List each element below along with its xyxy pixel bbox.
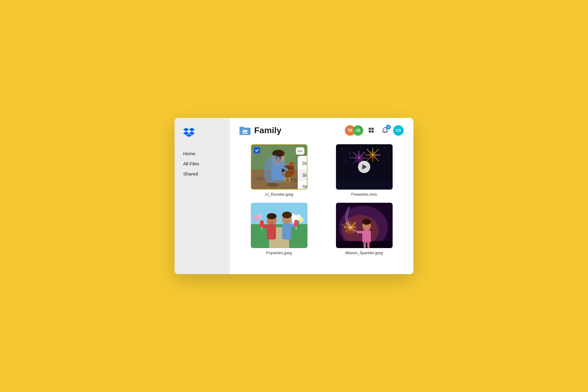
context-menu: Download ⬇ Star ☆ Send ✈ (298, 156, 307, 190)
svg-rect-80 (362, 230, 371, 243)
send-label: Send (303, 184, 307, 189)
svg-rect-74 (296, 226, 296, 230)
file-checkbox-jj-rooster[interactable] (254, 147, 260, 153)
file-item-jj-rooster: Download ⬇ Star ☆ Send ✈ (239, 144, 318, 197)
header: Family TD JS (239, 125, 404, 136)
svg-point-103 (345, 232, 346, 232)
file-item-popsicles: Popsicles.jpeg (239, 203, 318, 255)
svg-rect-7 (371, 130, 374, 133)
svg-point-29 (388, 156, 388, 157)
sparkler-photo-image (336, 203, 393, 248)
folder-icon (239, 126, 251, 135)
svg-point-2 (243, 130, 245, 132)
sidebar-item-shared[interactable]: Shared (179, 169, 225, 178)
svg-rect-67 (260, 221, 264, 227)
context-menu-item-download[interactable]: Download ⬇ (298, 157, 307, 169)
svg-rect-13 (271, 162, 285, 180)
popsicles-photo-image (251, 203, 307, 248)
grid-view-button[interactable] (366, 125, 377, 136)
svg-rect-1 (239, 127, 244, 129)
file-item-mason-sparkler: Mason_Sparkler.jpeg (325, 203, 404, 255)
svg-rect-6 (369, 130, 371, 133)
svg-point-71 (282, 212, 292, 218)
current-user-avatar[interactable]: CD (393, 125, 404, 136)
download-label: Download (303, 161, 307, 166)
svg-point-11 (267, 183, 279, 187)
grid-icon (369, 128, 374, 133)
dot-2 (300, 151, 300, 152)
header-actions: TD JS (345, 125, 404, 136)
notification-count-badge: 3 (386, 125, 391, 130)
sidebar-item-all-files[interactable]: All Files (179, 159, 225, 168)
file-name-jj-rooster: JJ_Rooster.jpeg (265, 192, 293, 197)
context-menu-item-star[interactable]: Star ☆ (298, 169, 307, 181)
svg-point-25 (349, 153, 350, 154)
svg-rect-5 (371, 128, 374, 130)
svg-point-62 (257, 214, 262, 218)
sidebar-logo-area (175, 127, 230, 149)
svg-point-15 (272, 150, 285, 157)
avatar-group: TD JS (345, 125, 363, 136)
svg-point-3 (245, 130, 247, 132)
file-name-popsicles: Popsicles.jpeg (266, 251, 292, 255)
main-content: Family TD JS (230, 118, 413, 274)
svg-point-24 (342, 149, 342, 149)
svg-rect-73 (294, 220, 298, 227)
page-title: Family (254, 126, 281, 135)
context-menu-item-send[interactable]: Send ✈ (298, 181, 307, 190)
header-left: Family (239, 126, 281, 135)
file-name-fireworks: Fireworks.mov (351, 192, 377, 197)
dropbox-logo-icon (183, 127, 195, 137)
file-thumbnail-jj-rooster[interactable]: Download ⬇ Star ☆ Send ✈ (251, 144, 307, 190)
file-grid: Download ⬇ Star ☆ Send ✈ (239, 144, 404, 255)
checkbox-check-icon (255, 149, 259, 152)
file-thumbnail-popsicles[interactable] (251, 203, 307, 248)
app-window: Home All Files Shared Family (175, 118, 413, 274)
play-icon (362, 164, 367, 170)
svg-point-101 (341, 224, 342, 225)
svg-point-99 (354, 222, 355, 223)
dot-1 (298, 151, 299, 152)
svg-rect-82 (367, 241, 370, 248)
svg-point-30 (345, 161, 345, 161)
svg-rect-64 (267, 224, 276, 239)
sidebar-navigation: Home All Files Shared (175, 149, 230, 178)
file-item-fireworks: Fireworks.mov (325, 144, 404, 197)
notifications-button[interactable]: 3 (380, 125, 390, 136)
dot-3 (301, 151, 302, 152)
svg-rect-81 (364, 241, 366, 248)
svg-point-83 (362, 219, 371, 225)
svg-point-16 (276, 157, 277, 160)
avatar-js[interactable]: JS (353, 125, 363, 136)
file-thumbnail-fireworks[interactable] (336, 144, 393, 190)
sidebar-item-home[interactable]: Home (179, 149, 225, 158)
svg-point-28 (385, 148, 385, 148)
svg-rect-4 (369, 128, 371, 130)
file-thumbnail-mason-sparkler[interactable] (336, 203, 393, 248)
svg-rect-70 (282, 224, 291, 239)
svg-rect-68 (262, 227, 262, 230)
svg-point-10 (256, 177, 265, 180)
svg-point-17 (279, 157, 281, 160)
svg-point-51 (369, 151, 376, 159)
svg-point-57 (299, 217, 304, 222)
svg-point-26 (360, 147, 361, 148)
star-label: Star (303, 173, 307, 178)
svg-point-65 (267, 213, 277, 219)
svg-rect-31 (336, 181, 393, 190)
play-button-fireworks[interactable] (358, 161, 370, 173)
sidebar: Home All Files Shared (175, 118, 230, 274)
file-name-mason-sparkler: Mason_Sparkler.jpeg (345, 251, 383, 255)
svg-point-100 (344, 227, 345, 228)
file-menu-button-jj-rooster[interactable] (296, 147, 304, 155)
svg-rect-84 (357, 231, 363, 233)
